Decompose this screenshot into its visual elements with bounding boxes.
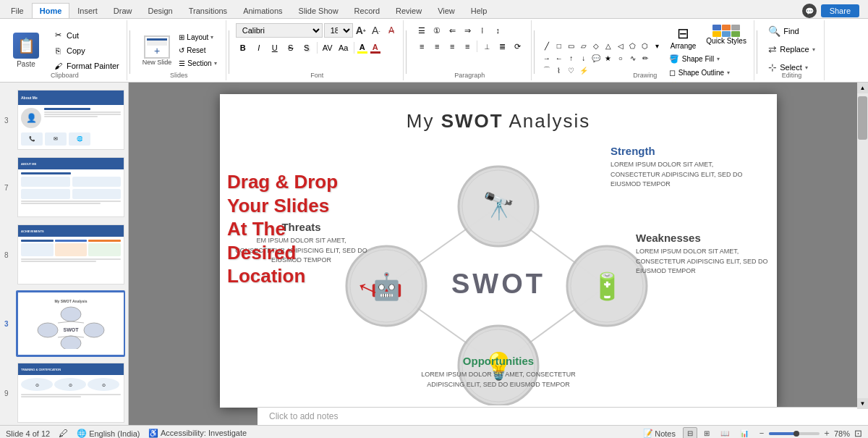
- tab-transitions[interactable]: Transitions: [181, 3, 235, 18]
- font-color-button[interactable]: A: [370, 43, 380, 54]
- shape-outline-button[interactable]: ◻ Shape Outline ▾: [666, 67, 749, 79]
- tab-design[interactable]: Design: [140, 3, 180, 18]
- highlight-color-button[interactable]: A: [357, 43, 367, 54]
- character-spacing-button[interactable]: AV: [320, 41, 335, 55]
- vertical-scrollbar[interactable]: ▲ ▼: [857, 83, 868, 409]
- convert-smartart-button[interactable]: ⟳: [510, 39, 524, 54]
- format-painter-button[interactable]: 🖌 Format Painter: [49, 59, 122, 73]
- shape-rtriangle[interactable]: ◁: [615, 40, 626, 51]
- shape-rect[interactable]: □: [553, 40, 565, 51]
- section-button[interactable]: ☰ Section ▾: [177, 58, 218, 69]
- shape-parallelogram[interactable]: ▱: [578, 40, 590, 51]
- clear-formatting-button[interactable]: A̶: [384, 23, 399, 38]
- align-center-button[interactable]: ≡: [430, 39, 444, 54]
- shape-fill-button[interactable]: 🪣 Shape Fill ▾: [666, 53, 749, 65]
- tab-slide-show[interactable]: Slide Show: [291, 3, 346, 18]
- new-slide-button[interactable]: + New Slide: [140, 33, 175, 69]
- shape-arrow-down[interactable]: ↓: [578, 52, 590, 64]
- line-spacing-button[interactable]: ↕: [490, 23, 505, 38]
- shape-diamond[interactable]: ◇: [590, 40, 602, 51]
- strikethrough-button[interactable]: S: [284, 41, 298, 55]
- shape-curve[interactable]: ∿: [627, 52, 639, 64]
- justify-button[interactable]: ≡: [460, 39, 475, 54]
- columns-button[interactable]: ⁞: [475, 23, 490, 38]
- bold-button[interactable]: B: [236, 41, 250, 55]
- tab-record[interactable]: Record: [346, 3, 388, 18]
- shapes-more[interactable]: ▾: [652, 40, 663, 51]
- shape-arrow-right[interactable]: →: [541, 52, 553, 64]
- scroll-up-btn[interactable]: ▲: [857, 83, 868, 93]
- threats-label: Threats: [234, 221, 368, 233]
- paste-button[interactable]: 📋 Paste: [7, 30, 45, 71]
- tab-draw[interactable]: Draw: [106, 3, 140, 18]
- align-left-button[interactable]: ≡: [414, 39, 429, 54]
- shape-callout[interactable]: 💬: [590, 52, 602, 64]
- underline-button[interactable]: U: [268, 41, 282, 55]
- cut-button[interactable]: ✂ Cut: [49, 28, 122, 43]
- slide-canvas[interactable]: My SWOT Analysis 🔭: [220, 94, 777, 408]
- decrease-font-button[interactable]: A-: [369, 23, 383, 38]
- align-text-button[interactable]: ≣: [495, 39, 509, 54]
- font-case-button[interactable]: Aa: [336, 41, 351, 55]
- slide-thumb-3[interactable]: 3 About Me 👤 📞 ✉: [16, 88, 125, 151]
- fit-slide-btn[interactable]: ⊡: [854, 428, 862, 438]
- tab-home[interactable]: Home: [32, 3, 70, 18]
- slide-thumb-9[interactable]: 9 TRAINING & CERTIFICATION ⊙ ⊙ ⊙: [16, 361, 125, 424]
- slide-thumb-4[interactable]: 3 My SWOT Analysis: [16, 290, 125, 357]
- shape-arrow-left[interactable]: ←: [553, 52, 565, 64]
- shape-circle[interactable]: ○: [615, 52, 626, 64]
- layout-button[interactable]: ⊞ Layout ▾: [177, 32, 218, 43]
- shape-arrow-up[interactable]: ↑: [566, 52, 577, 64]
- shape-line[interactable]: ╱: [541, 40, 553, 51]
- scroll-down-btn[interactable]: ▼: [857, 398, 868, 409]
- shape-pentagon[interactable]: ⬠: [627, 40, 639, 51]
- scroll-thumb-top[interactable]: [858, 96, 867, 140]
- numbering-button[interactable]: ①: [430, 23, 444, 38]
- comments-btn[interactable]: 💬: [802, 4, 817, 18]
- tab-file[interactable]: File: [3, 3, 32, 18]
- shape-hex[interactable]: ⬡: [639, 40, 651, 51]
- shape-lightning[interactable]: ⚡: [578, 64, 590, 76]
- tab-review[interactable]: Review: [388, 3, 430, 18]
- increase-indent-button[interactable]: ⇒: [460, 23, 475, 38]
- quick-styles-button[interactable]: Quick Styles: [703, 23, 749, 51]
- normal-view-btn[interactable]: ⊟: [683, 427, 697, 438]
- increase-font-button[interactable]: A+: [354, 23, 368, 38]
- presenter-view-btn[interactable]: 📊: [736, 427, 753, 438]
- slide-sorter-btn[interactable]: ⊞: [699, 427, 714, 438]
- zoom-slider[interactable]: [769, 432, 820, 435]
- shape-connector[interactable]: ⌇: [553, 64, 565, 76]
- reset-button[interactable]: ↺ Reset: [177, 45, 218, 56]
- bullets-button[interactable]: ☰: [414, 23, 429, 38]
- shape-rounded-rect[interactable]: ▭: [566, 40, 577, 51]
- decrease-indent-button[interactable]: ⇐: [445, 23, 459, 38]
- align-right-button[interactable]: ≡: [445, 39, 459, 54]
- reading-view-btn[interactable]: 📖: [716, 427, 733, 438]
- tab-animations[interactable]: Animations: [235, 3, 290, 18]
- notes-placeholder[interactable]: Click to add notes: [258, 407, 868, 425]
- shape-arc[interactable]: ⌒: [541, 64, 553, 76]
- italic-button[interactable]: I: [252, 41, 266, 55]
- notes-button[interactable]: 📝 Notes: [640, 427, 678, 438]
- share-button[interactable]: Share: [821, 4, 859, 17]
- slide-thumb-7[interactable]: 7 ABOUT ME: [16, 156, 125, 219]
- shape-triangle[interactable]: △: [603, 40, 614, 51]
- replace-button[interactable]: ⇄ Replace ▾: [764, 41, 819, 57]
- tab-help[interactable]: Help: [463, 3, 495, 18]
- zoom-thumb[interactable]: [793, 431, 799, 437]
- font-size-select[interactable]: 18: [324, 23, 353, 38]
- copy-button[interactable]: ⎘ Copy: [49, 43, 122, 58]
- tab-insert[interactable]: Insert: [69, 3, 106, 18]
- text-direction-button[interactable]: ⟂: [480, 39, 494, 54]
- slide-thumb-8[interactable]: 8 ACHIEVEMENTS: [16, 223, 125, 286]
- zoom-in-btn[interactable]: ＋: [822, 427, 831, 438]
- shape-star[interactable]: ★: [603, 52, 614, 64]
- arrange-button[interactable]: ⊟ Arrange: [666, 23, 701, 51]
- font-family-select[interactable]: Calibri: [236, 23, 323, 38]
- shape-heart[interactable]: ♡: [566, 64, 577, 76]
- zoom-out-btn[interactable]: －: [757, 427, 766, 438]
- tab-view[interactable]: View: [430, 3, 463, 18]
- find-button[interactable]: 🔍 Find: [764, 23, 803, 39]
- shadow-button[interactable]: S: [299, 41, 314, 55]
- shape-freeform[interactable]: ✏: [639, 52, 651, 64]
